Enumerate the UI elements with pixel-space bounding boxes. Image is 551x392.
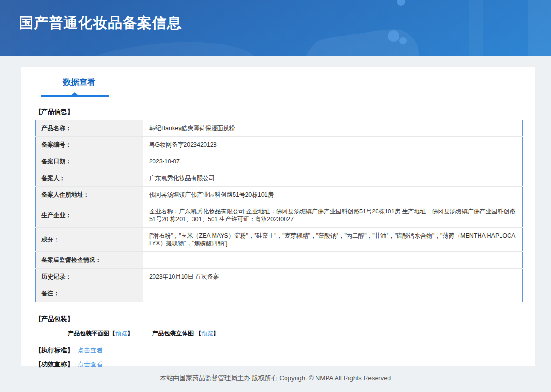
page-footer: 本站由国家药品监督管理局主办 版权所有 Copyright © NMPA All… [0, 371, 551, 382]
decor-blob [302, 26, 423, 56]
row-label: 备注： [36, 285, 143, 302]
page: 国产普通化妆品备案信息 数据查看 【产品信息】 产品名称： 韩纪Hankey酷爽… [0, 0, 551, 392]
claims-view-link[interactable]: 点击查看 [78, 361, 102, 368]
standards-view-link[interactable]: 点击查看 [78, 347, 102, 354]
tab-data-view[interactable]: 数据查看 [52, 77, 106, 96]
table-row: 生产企业： 企业名称：广东凯秀化妆品有限公司 企业地址：佛冈县汤塘镇广佛产业园科… [36, 203, 523, 228]
row-value: 2023年10月10日 首次备案 [143, 269, 523, 285]
section-title-product-info: 【产品信息】 [35, 108, 523, 116]
row-label: 备案人： [36, 170, 143, 187]
packaging-stereo-preview-link[interactable]: 预览 [201, 330, 213, 337]
table-row: 产品名称： 韩纪Hankey酷爽薄荷保湿面膜粉 [36, 120, 523, 137]
table-row: 成分： ["滑石粉"，"玉米（ZEA MAYS）淀粉"，"硅藻土"，"麦芽糊精"… [36, 228, 523, 252]
row-value: 粤G妆网备字2023420128 [143, 137, 523, 153]
row-label: 生产企业： [36, 203, 143, 228]
packaging-flat-label: 产品包装平面图【 [68, 330, 115, 337]
row-value: 广东凯秀化妆品有限公司 [143, 170, 523, 187]
row-value: 佛冈县汤塘镇广佛产业园科创路51号20栋101房 [143, 187, 523, 203]
content-card: 数据查看 【产品信息】 产品名称： 韩纪Hankey酷爽薄荷保湿面膜粉 备案编号… [21, 67, 535, 366]
tab-active-underline [41, 95, 109, 97]
decor-vertical-band [469, 0, 483, 56]
row-label: 成分： [36, 228, 143, 252]
table-row: 备注： [36, 285, 523, 302]
packaging-stereo-label: 产品包装立体图 【 [152, 330, 201, 337]
packaging-flat-preview-link[interactable]: 预览 [115, 330, 127, 337]
row-label: 产品名称： [36, 120, 143, 137]
table-row: 备案人： 广东凯秀化妆品有限公司 [36, 170, 523, 187]
packaging-stereo-item: 产品包装立体图 【预览】 [152, 330, 219, 338]
table-row: 历史记录： 2023年10月10日 首次备案 [36, 269, 523, 285]
table-row: 备案日期： 2023-10-07 [36, 153, 523, 170]
copyright-text: 本站由国家药品监督管理局主办 版权所有 Copyright © NMPA All… [160, 374, 391, 382]
tab-bar: 数据查看 [35, 67, 523, 96]
packaging-stereo-bracket-close: 】 [213, 330, 219, 337]
packaging-flat-bracket-close: 】 [127, 330, 133, 337]
row-label: 备案人住所地址： [36, 187, 143, 203]
row-value: 2023-10-07 [143, 153, 523, 170]
table-row: 备案人住所地址： 佛冈县汤塘镇广佛产业园科创路51号20栋101房 [36, 187, 523, 203]
row-label: 备案编号： [36, 137, 143, 153]
packaging-flat-item: 产品包装平面图【预览】 [68, 330, 133, 338]
decor-circle [388, 30, 399, 42]
standards-heading: 【执行标准】 [35, 347, 73, 354]
row-value: ["滑石粉"，"玉米（ZEA MAYS）淀粉"，"硅藻土"，"麦芽糊精"，"藻酸… [143, 228, 523, 252]
page-header: 国产普通化妆品备案信息 [0, 0, 551, 56]
page-title: 国产普通化妆品备案信息 [19, 13, 182, 33]
section-title-packaging: 【产品包装】 [35, 315, 523, 323]
decor-vertical-band [528, 0, 551, 56]
claims-row: 【功效宣称】点击查看 [35, 360, 523, 369]
standards-row: 【执行标准】点击查看 [35, 346, 523, 355]
row-label: 备案后监督检查情况： [36, 252, 143, 269]
product-info-table: 产品名称： 韩纪Hankey酷爽薄荷保湿面膜粉 备案编号： 粤G妆网备字2023… [35, 120, 523, 302]
packaging-links-row: 产品包装平面图【预览】 产品包装立体图 【预览】 [68, 330, 523, 338]
row-label: 历史记录： [36, 269, 143, 285]
table-row: 备案编号： 粤G妆网备字2023420128 [36, 137, 523, 153]
decor-ellipse [55, 33, 260, 56]
row-label: 备案日期： [36, 153, 143, 170]
row-value [143, 285, 523, 302]
claims-heading: 【功效宣称】 [35, 361, 73, 368]
decor-circle [399, 37, 407, 44]
row-value: 韩纪Hankey酷爽薄荷保湿面膜粉 [143, 120, 523, 137]
table-row: 备案后监督检查情况： [36, 252, 523, 269]
row-value [143, 252, 523, 269]
row-value: 企业名称：广东凯秀化妆品有限公司 企业地址：佛冈县汤塘镇广佛产业园科创路51号2… [143, 203, 523, 228]
decor-circle [397, 0, 405, 6]
